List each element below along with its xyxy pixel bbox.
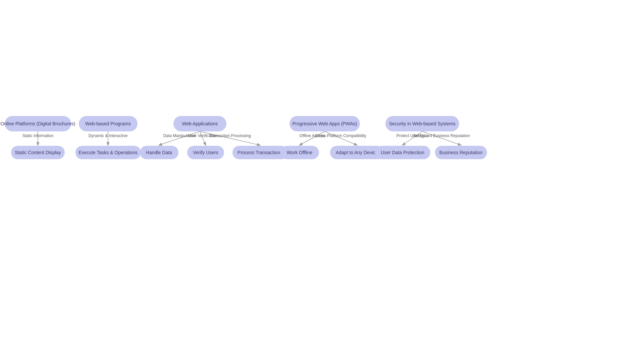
node-n2: Static Content Display — [11, 146, 65, 159]
svg-line-16 — [422, 131, 461, 145]
svg-line-4 — [159, 131, 200, 145]
node-n10: Work Offline — [280, 146, 319, 159]
svg-text:Safeguard Business Reputation: Safeguard Business Reputation — [413, 133, 470, 138]
svg-line-14 — [402, 131, 422, 145]
svg-text:Cross-Platform Compatibility: Cross-Platform Compatibility — [315, 133, 366, 138]
node-n12: Security in Web-based Systems — [385, 116, 459, 131]
node-n4: Execute Tasks & Operations — [75, 146, 141, 159]
svg-text:Data Manipulation: Data Manipulation — [163, 133, 196, 138]
node-n14: Business Reputation — [435, 146, 487, 159]
diagram-container: Static informationDynamic & InteractiveD… — [0, 0, 644, 362]
svg-text:User Verification: User Verification — [188, 133, 217, 138]
svg-connectors: Static informationDynamic & InteractiveD… — [0, 0, 644, 362]
svg-line-8 — [200, 131, 260, 145]
svg-text:Offline Access: Offline Access — [300, 133, 325, 138]
node-n1: Online Platforms (Digital Brochures) — [5, 116, 71, 131]
svg-text:Transaction Processing: Transaction Processing — [209, 133, 251, 138]
node-n3: Web-based Programs — [79, 116, 138, 131]
node-n7: Verify Users — [187, 146, 224, 159]
svg-line-10 — [300, 131, 325, 145]
node-n9: Progressive Web Apps (PWAs) — [289, 116, 360, 131]
svg-line-6 — [200, 131, 206, 145]
node-n8: Process Transactions — [232, 146, 288, 159]
node-n6: Handle Data — [140, 146, 178, 159]
svg-text:Static information: Static information — [22, 133, 54, 138]
svg-line-12 — [325, 131, 357, 145]
svg-text:Dynamic & Interactive: Dynamic & Interactive — [89, 133, 128, 138]
node-n13: User Data Protection — [375, 146, 430, 159]
node-n5: Web Applications — [173, 116, 226, 131]
svg-text:Protect User Data: Protect User Data — [396, 133, 429, 138]
